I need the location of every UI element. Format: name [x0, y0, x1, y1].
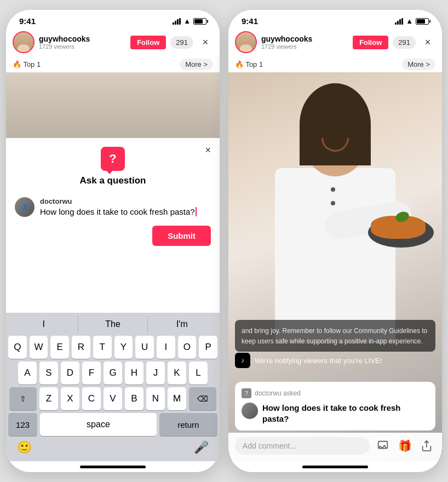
battery-icon-2 — [416, 18, 429, 25]
comment-bar: Add comment... 🎁 — [228, 433, 442, 461]
follow-button-1[interactable]: Follow — [130, 36, 166, 49]
key-g[interactable]: G — [104, 362, 122, 385]
keyboard-suggestions: I The I'm — [8, 316, 217, 332]
guidelines-overlay: and bring joy. Remember to follow our Co… — [235, 320, 435, 352]
return-key[interactable]: return — [159, 413, 217, 436]
tiktok-logo: ♪ — [235, 353, 250, 368]
share-action-btn[interactable] — [418, 437, 435, 455]
status-bar-2: 9:41 ▲ — [228, 10, 442, 28]
question-card: ? doctorwu asked How long does it take t… — [235, 382, 435, 431]
key-e[interactable]: E — [50, 336, 69, 359]
delete-key[interactable]: ⌫ — [189, 387, 216, 410]
phone-2: 9:41 ▲ guywho — [228, 10, 442, 472]
suggestion-i[interactable]: I — [9, 316, 78, 332]
phone2-content: and bring joy. Remember to follow our Co… — [228, 72, 442, 461]
key-l[interactable]: L — [189, 362, 208, 385]
avatar-2 — [235, 31, 257, 53]
question-user-row: 👤 doctorwu How long does it take to cook… — [15, 197, 211, 217]
status-icons-1: ▲ — [173, 17, 206, 25]
emoji-key[interactable]: 🙂 — [17, 440, 32, 455]
question-action-btn[interactable] — [374, 437, 392, 455]
viewer-count-2: 291 — [393, 36, 416, 49]
keyboard[interactable]: I The I'm Q W E R T Y U I O P A S D F — [6, 313, 220, 461]
space-key[interactable]: space — [40, 413, 157, 436]
wifi-icon-2: ▲ — [406, 17, 413, 25]
top-bar-2: 🔥 Top 1 More > — [228, 56, 442, 72]
key-y[interactable]: Y — [114, 336, 133, 359]
suggestion-im[interactable]: I'm — [148, 316, 216, 332]
close-button-2[interactable]: × — [420, 35, 435, 50]
top-bar-1: 🔥 Top 1 More > — [6, 56, 220, 72]
key-h[interactable]: H — [125, 362, 143, 385]
status-icons-2: ▲ — [395, 17, 429, 25]
key-k[interactable]: K — [168, 362, 186, 385]
more-button-1[interactable]: More > — [180, 59, 213, 70]
key-d[interactable]: D — [61, 362, 79, 385]
key-b[interactable]: B — [125, 387, 143, 410]
key-p[interactable]: P — [199, 336, 217, 359]
gift-action-btn[interactable]: 🎁 — [396, 437, 413, 455]
question-card-header: ? doctorwu asked — [242, 388, 429, 398]
battery-icon — [193, 18, 206, 25]
keyboard-bottom-row: 123 space return — [8, 413, 217, 436]
status-time-2: 9:41 — [242, 16, 258, 26]
question-card-avatar — [242, 403, 258, 419]
key-m[interactable]: M — [168, 387, 186, 410]
question-mark-icon: ? — [109, 152, 116, 166]
questioner-username: doctorwu — [40, 197, 211, 205]
username-1: guywhocooks — [39, 35, 126, 43]
question-panel-close[interactable]: × — [205, 145, 211, 156]
home-indicator-2 — [228, 461, 442, 472]
question-card-body: How long does it take to cook fresh past… — [242, 403, 429, 424]
submit-row: Submit — [15, 226, 211, 246]
key-o[interactable]: O — [178, 336, 197, 359]
key-c[interactable]: C — [82, 387, 101, 410]
user-info-2: guywhocooks 1729 viewers — [261, 35, 348, 50]
user-info-1: guywhocooks 1729 viewers — [39, 35, 126, 50]
questioner-avatar: 👤 — [15, 197, 35, 217]
phone-1: 9:41 ▲ guywho — [6, 10, 220, 472]
key-w[interactable]: W — [30, 336, 48, 359]
status-time-1: 9:41 — [19, 16, 36, 26]
viewers-2: 1729 viewers — [261, 43, 348, 50]
shift-key[interactable]: ⇧ — [9, 387, 37, 410]
mic-key[interactable]: 🎤 — [194, 440, 209, 455]
question-card-icon: ? — [242, 388, 251, 398]
key-s[interactable]: S — [39, 362, 58, 385]
key-a[interactable]: A — [18, 362, 37, 385]
numbers-key[interactable]: 123 — [8, 413, 37, 436]
question-text: How long does it take to cook fresh past… — [40, 207, 211, 216]
username-2: guywhocooks — [261, 35, 348, 43]
key-n[interactable]: N — [146, 387, 165, 410]
live-header-2: guywhocooks 1729 viewers Follow 291 × — [228, 28, 442, 56]
key-r[interactable]: R — [72, 336, 90, 359]
key-z[interactable]: Z — [39, 387, 58, 410]
key-q[interactable]: Q — [8, 336, 27, 359]
phone1-content: × ? Ask a question 👤 doctorwu How long d… — [6, 72, 220, 313]
viewer-count-1: 291 — [170, 36, 193, 49]
question-panel: × ? Ask a question 👤 doctorwu How long d… — [6, 138, 220, 313]
question-icon-wrapper: ? — [15, 147, 211, 171]
question-text-block: doctorwu How long does it take to cook f… — [40, 197, 211, 216]
key-x[interactable]: X — [61, 387, 79, 410]
question-icon: ? — [101, 147, 125, 171]
key-j[interactable]: J — [146, 362, 165, 385]
close-button-1[interactable]: × — [198, 35, 213, 50]
question-card-text: How long does it take to cook fresh past… — [262, 403, 429, 424]
keyboard-row-1: Q W E R T Y U I O P — [8, 336, 217, 359]
key-i[interactable]: I — [157, 336, 175, 359]
suggestion-the[interactable]: The — [78, 316, 147, 332]
key-f[interactable]: F — [82, 362, 101, 385]
follow-button-2[interactable]: Follow — [353, 36, 388, 49]
key-u[interactable]: U — [135, 336, 154, 359]
signal-icon — [173, 18, 181, 25]
submit-button[interactable]: Submit — [152, 226, 211, 246]
key-t[interactable]: T — [93, 336, 112, 359]
text-cursor — [196, 207, 197, 216]
signal-icon-2 — [395, 18, 403, 25]
comment-input[interactable]: Add comment... — [235, 437, 370, 455]
key-v[interactable]: V — [104, 387, 122, 410]
more-button-2[interactable]: More > — [402, 59, 435, 70]
live-video-blurred — [6, 72, 220, 138]
question-card-asked: doctorwu asked — [255, 389, 301, 397]
